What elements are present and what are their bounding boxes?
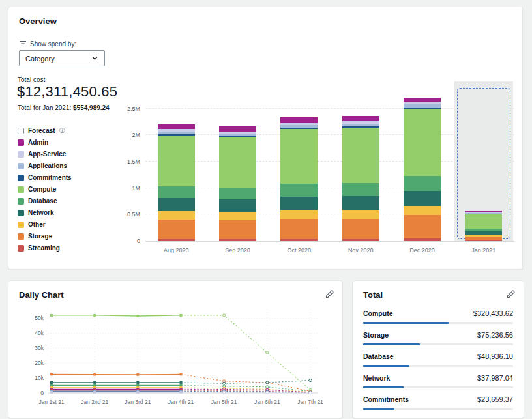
x-axis-label: Jan 4th 21 (168, 399, 194, 405)
bar-segment-admin[interactable] (280, 117, 318, 123)
legend-swatch (18, 139, 24, 146)
legend-item-network[interactable]: Network (18, 209, 72, 216)
legend-item-other[interactable]: Other (18, 221, 72, 228)
bar-segment-compute[interactable] (465, 214, 502, 229)
bar-segment-database[interactable] (342, 183, 379, 196)
stacked-bar[interactable] (280, 117, 318, 241)
bar-segment-streaming[interactable] (158, 239, 195, 241)
y-axis-label: 0 (137, 238, 140, 244)
legend-swatch (18, 151, 24, 158)
forecast-subtotal-prefix: Total for Jan 2021: (18, 104, 71, 111)
legend-swatch (18, 175, 24, 181)
bar-segment-database[interactable] (280, 184, 318, 197)
legend-item-label: App-Service (28, 151, 66, 158)
bar-segment-compute[interactable] (219, 137, 256, 188)
y-axis-label: 0 (40, 390, 44, 396)
bar-column-oct-2020 (269, 88, 330, 241)
y-axis-label: 2M (132, 132, 140, 138)
total-row-bar-track (363, 365, 513, 367)
y-axis-label: 40k (35, 330, 44, 336)
total-row-compute: Compute$320,433.62 (363, 310, 513, 324)
legend-item-commitments[interactable]: Commitments (18, 174, 72, 181)
show-spend-by: Show spend by: (19, 40, 76, 48)
total-row-commitments: Commitments$23,659.37 (363, 396, 513, 410)
x-axis-label: Aug 2020 (145, 247, 207, 253)
bar-segment-storage[interactable] (404, 215, 441, 238)
legend-swatch (18, 222, 24, 228)
bar-segment-network[interactable] (342, 196, 379, 210)
x-axis-label: Jan 2nd 21 (81, 399, 108, 405)
legend-item-forecast[interactable]: Forecastⓘ (18, 127, 72, 134)
legend-item-admin[interactable]: Admin (18, 139, 72, 146)
legend-item-app-service[interactable]: App-Service (18, 151, 72, 158)
bar-segment-compute[interactable] (342, 128, 379, 184)
overview-title: Overview (19, 16, 57, 26)
chevron-down-icon (91, 55, 98, 62)
stacked-bar[interactable] (342, 116, 379, 241)
bar-segment-network[interactable] (404, 191, 441, 206)
bar-segment-network[interactable] (280, 197, 318, 210)
bar-chart-plot-area (145, 88, 514, 242)
x-axis-label: Jan 3rd 21 (125, 399, 151, 405)
bar-segment-streaming[interactable] (465, 240, 502, 241)
x-axis-label: Jan 6th 21 (254, 399, 280, 405)
bar-segment-admin[interactable] (342, 116, 379, 121)
stacked-bar[interactable] (219, 126, 256, 241)
bar-segment-storage[interactable] (280, 219, 318, 239)
stacked-bar[interactable] (465, 211, 502, 241)
bar-segment-database[interactable] (404, 176, 441, 191)
bar-segment-storage[interactable] (158, 220, 195, 238)
edit-icon[interactable] (325, 289, 334, 298)
bar-segment-other[interactable] (404, 206, 441, 216)
legend-item-database[interactable]: Database (18, 197, 72, 205)
bar-segment-other[interactable] (158, 211, 195, 220)
daily-line-chart-container: 010k20k30k40k50kJan 1st 21Jan 2nd 21Jan … (14, 304, 338, 414)
legend-item-label: Database (28, 197, 57, 205)
bar-segment-database[interactable] (158, 186, 195, 198)
y-axis-label: 30k (35, 345, 44, 351)
monthly-stacked-bar-chart: 00.5M1M1.5M2M2.5M Aug 2020Sep 2020Oct 20… (122, 84, 514, 267)
legend-item-label: Admin (28, 139, 48, 146)
bar-segment-streaming[interactable] (404, 238, 441, 241)
total-row-value: $48,936.10 (477, 353, 513, 360)
bar-segment-other[interactable] (219, 212, 256, 220)
legend-swatch (18, 163, 24, 169)
bar-segment-database[interactable] (219, 188, 256, 199)
bar-segment-other[interactable] (280, 210, 318, 219)
total-row-storage: Storage$75,236.56 (363, 331, 513, 345)
bar-segment-streaming[interactable] (219, 239, 256, 241)
bar-segment-storage[interactable] (219, 220, 256, 239)
category-select[interactable]: Category (19, 50, 105, 66)
legend-item-compute[interactable]: Compute (18, 186, 72, 193)
bar-segment-other[interactable] (342, 210, 379, 219)
bar-segment-network[interactable] (158, 198, 195, 211)
bar-segment-streaming[interactable] (342, 239, 379, 241)
legend-item-applications[interactable]: Applications (18, 162, 72, 169)
total-row-label: Commitments (363, 396, 409, 403)
bar-segment-compute[interactable] (280, 129, 318, 184)
stacked-bar[interactable] (158, 124, 195, 241)
bar-segment-compute[interactable] (404, 109, 441, 176)
forecast-checkbox[interactable] (18, 128, 24, 134)
bar-segment-compute[interactable] (158, 136, 195, 186)
legend-item-label: Streaming (28, 244, 60, 252)
chart-grid (48, 310, 318, 393)
total-row-bar-fill (363, 365, 409, 367)
filter-icon (19, 40, 27, 48)
bar-segment-network[interactable] (219, 199, 256, 212)
total-row-value: $75,236.56 (477, 331, 513, 339)
bar-segment-admin[interactable] (219, 126, 256, 131)
bar-segment-admin[interactable] (158, 124, 195, 129)
legend-item-streaming[interactable]: Streaming (18, 244, 72, 252)
info-icon[interactable]: ⓘ (59, 127, 65, 134)
show-spend-by-label: Show spend by: (30, 40, 76, 48)
edit-icon[interactable] (507, 289, 516, 298)
bar-segment-streaming[interactable] (280, 239, 318, 241)
stacked-bar[interactable] (404, 98, 441, 241)
bar-column-aug-2020 (145, 88, 207, 241)
total-row-bar-track (363, 343, 513, 345)
bar-segment-storage[interactable] (342, 219, 379, 239)
legend-item-storage[interactable]: Storage (18, 233, 72, 240)
bar-chart-x-axis: Aug 2020Sep 2020Oct 2020Nov 2020Dec 2020… (145, 247, 514, 253)
bar-column-dec-2020 (391, 88, 452, 241)
